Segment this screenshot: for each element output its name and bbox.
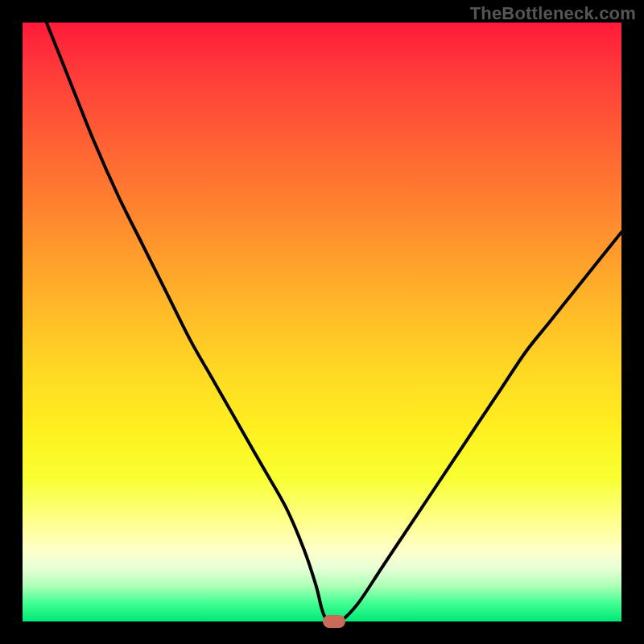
optimal-point-marker	[323, 615, 345, 628]
chart-plot-area	[23, 23, 621, 621]
watermark-text: TheBottleneck.com	[470, 3, 636, 24]
bottleneck-curve	[23, 23, 621, 621]
